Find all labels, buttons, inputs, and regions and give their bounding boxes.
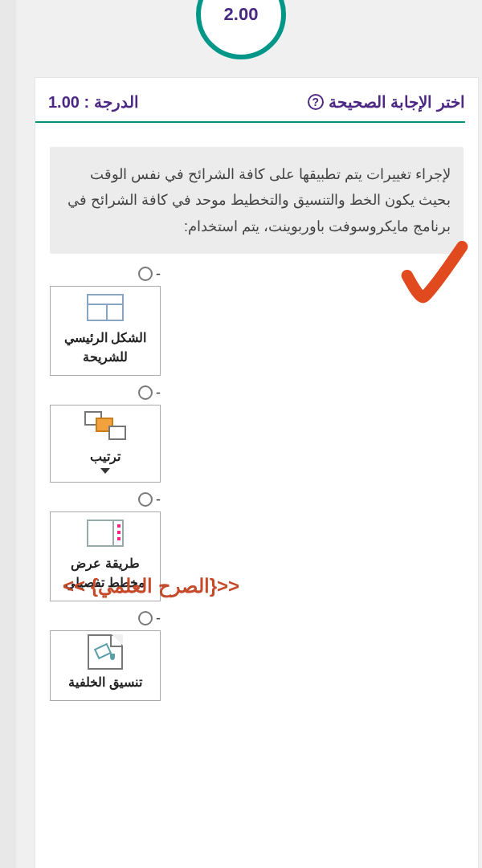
option-label: الشكل الرئيسي للشريحة xyxy=(55,328,155,367)
outline-view-icon xyxy=(84,517,126,549)
answer-row: - الشكل الرئيسي للشريحة xyxy=(50,262,464,376)
option-label: تنسيق الخلفية xyxy=(68,673,141,692)
option-label: ترتيب xyxy=(90,447,120,467)
radio-option-a[interactable] xyxy=(138,267,153,281)
format-background-icon xyxy=(84,636,126,668)
option-card-arrange[interactable]: ترتيب xyxy=(50,405,161,483)
question-text: لإجراء تغييرات يتم تطبيقها على كافة الشر… xyxy=(50,147,464,254)
option-dash: - xyxy=(156,491,161,508)
answer-row: - ترتيب xyxy=(50,381,464,483)
help-icon[interactable]: ? xyxy=(308,94,324,110)
chevron-down-icon xyxy=(100,468,110,474)
question-header: اختر الإجابة الصحيحة ? الدرجة : 1.00 xyxy=(35,78,478,121)
arrange-icon xyxy=(84,410,126,442)
option-dash: - xyxy=(156,610,161,627)
question-title: اختر الإجابة الصحيحة xyxy=(329,92,465,112)
slide-master-icon xyxy=(84,291,126,324)
radio-option-c[interactable] xyxy=(138,492,153,507)
answer-row: - تنسيق الخلفية xyxy=(50,606,464,701)
option-card-slide-master[interactable]: الشكل الرئيسي للشريحة xyxy=(50,286,161,376)
radio-option-b[interactable] xyxy=(138,385,153,400)
progress-value: 2.00 xyxy=(224,4,259,25)
option-dash: - xyxy=(156,266,161,283)
question-card: اختر الإجابة الصحيحة ? الدرجة : 1.00 لإج… xyxy=(35,77,479,868)
answers-list: - الشكل الرئيسي للشريحة - xyxy=(50,262,464,701)
page-margin xyxy=(0,0,16,868)
option-dash: - xyxy=(156,385,161,401)
radio-option-d[interactable] xyxy=(138,611,153,626)
header-divider xyxy=(35,121,465,123)
grade-label: الدرجة : 1.00 xyxy=(48,92,139,112)
option-card-format-background[interactable]: تنسيق الخلفية xyxy=(50,630,161,701)
progress-circle: 2.00 xyxy=(196,0,286,59)
watermark-text: <<{الصرح العلمي} >> xyxy=(63,575,239,597)
